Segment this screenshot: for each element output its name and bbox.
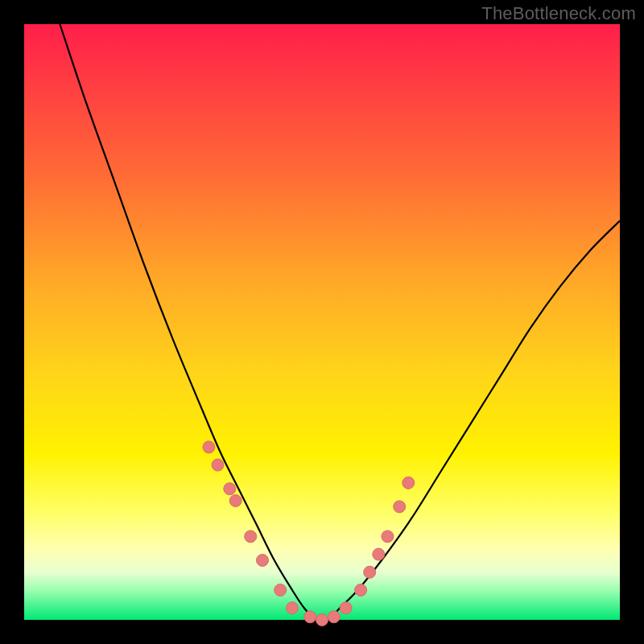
marker-dot (328, 611, 340, 623)
marker-dot (245, 530, 257, 543)
bottleneck-curve (60, 24, 620, 621)
marker-dot (304, 611, 316, 623)
curve-layer (24, 24, 620, 620)
marker-dot (394, 501, 406, 513)
marker-dot (364, 566, 376, 578)
watermark-text: TheBottleneck.com (481, 3, 636, 24)
marker-dot (224, 483, 236, 495)
marker-dot (373, 548, 385, 560)
marker-dot (212, 459, 224, 471)
marker-dot (257, 555, 269, 567)
marker-dot (203, 441, 215, 453)
marker-dot (340, 602, 352, 614)
chart-frame: TheBottleneck.com (0, 0, 644, 644)
marker-dot (382, 530, 394, 543)
marker-group (203, 441, 415, 626)
marker-dot (229, 495, 242, 507)
marker-dot (287, 602, 299, 614)
marker-dot (355, 584, 367, 597)
marker-dot (402, 477, 415, 489)
marker-dot (316, 614, 328, 626)
marker-dot (275, 584, 287, 597)
